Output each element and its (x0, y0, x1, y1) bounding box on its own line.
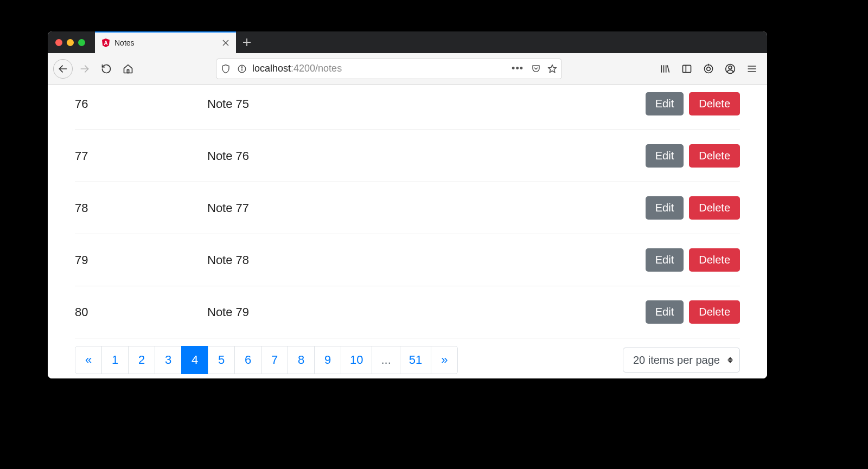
page-content: 76Note 75EditDelete77Note 76EditDelete78… (48, 85, 767, 378)
note-actions: EditDelete (646, 144, 740, 168)
bookmark-star-icon[interactable] (546, 63, 558, 75)
delete-button[interactable]: Delete (689, 300, 740, 324)
pagination-next[interactable]: » (431, 346, 458, 374)
svg-rect-17 (683, 65, 691, 72)
svg-line-16 (667, 65, 669, 72)
pagination-page-10[interactable]: 10 (341, 346, 372, 374)
page-size-select[interactable]: 20 items per page (623, 348, 740, 372)
tab-close-icon[interactable] (221, 38, 231, 48)
note-row: 77Note 76EditDelete (75, 130, 740, 182)
note-row: 78Note 77EditDelete (75, 182, 740, 234)
svg-point-11 (241, 67, 242, 67)
pagination-prev[interactable]: « (75, 346, 102, 374)
edit-button[interactable]: Edit (646, 300, 684, 324)
info-icon[interactable] (236, 63, 248, 75)
svg-marker-12 (548, 65, 557, 72)
note-title: Note 76 (207, 149, 646, 163)
edit-button[interactable]: Edit (646, 248, 684, 272)
sidebars-icon[interactable] (677, 59, 697, 79)
pagination-page-6[interactable]: 6 (234, 346, 261, 374)
browser-toolbar: localhost:4200/notes ••• (48, 53, 767, 85)
note-title: Note 75 (207, 97, 646, 111)
page-actions-icon[interactable]: ••• (509, 63, 526, 74)
pagination-page-51[interactable]: 51 (400, 346, 431, 374)
svg-point-20 (707, 67, 711, 70)
page-size-label: 20 items per page (633, 354, 720, 367)
window-maximize-icon[interactable] (78, 39, 85, 46)
note-id: 77 (75, 149, 207, 163)
edit-button[interactable]: Edit (646, 196, 684, 220)
delete-button[interactable]: Delete (689, 248, 740, 272)
pagination-ellipsis: ... (372, 346, 400, 374)
pagination-page-4[interactable]: 4 (181, 346, 208, 374)
pagination: «12345678910...51» (75, 346, 458, 374)
select-caret-icon (727, 357, 733, 363)
window-controls (48, 31, 95, 53)
note-actions: EditDelete (646, 196, 740, 220)
window-close-icon[interactable] (55, 39, 62, 46)
edit-button[interactable]: Edit (646, 92, 684, 115)
menu-icon[interactable] (742, 59, 762, 79)
pagination-page-3[interactable]: 3 (155, 346, 182, 374)
svg-point-23 (729, 66, 732, 69)
note-id: 80 (75, 305, 207, 319)
home-button[interactable] (118, 59, 138, 79)
tab-bar: A Notes (48, 31, 767, 53)
note-title: Note 77 (207, 201, 646, 215)
address-bar[interactable]: localhost:4200/notes ••• (216, 59, 562, 79)
note-id: 79 (75, 253, 207, 267)
url-text: localhost:4200/notes (252, 63, 505, 74)
window-minimize-icon[interactable] (67, 39, 74, 46)
tracking-icon[interactable] (699, 59, 718, 79)
note-list: 76Note 75EditDelete77Note 76EditDelete78… (48, 85, 767, 338)
library-icon[interactable] (655, 59, 675, 79)
pocket-icon[interactable] (530, 63, 542, 75)
shield-icon[interactable] (220, 63, 232, 75)
pagination-page-1[interactable]: 1 (101, 346, 129, 374)
note-row: 76Note 75EditDelete (75, 85, 740, 130)
new-tab-button[interactable] (236, 31, 258, 53)
note-actions: EditDelete (646, 248, 740, 272)
browser-tab[interactable]: A Notes (95, 31, 236, 53)
account-icon[interactable] (720, 59, 740, 79)
angular-favicon-icon: A (101, 38, 110, 47)
pagination-page-5[interactable]: 5 (208, 346, 235, 374)
pagination-page-2[interactable]: 2 (128, 346, 155, 374)
svg-rect-8 (127, 69, 129, 73)
list-footer: «12345678910...51» 20 items per page (48, 338, 767, 374)
note-title: Note 79 (207, 305, 646, 319)
pagination-page-8[interactable]: 8 (288, 346, 315, 374)
back-button[interactable] (53, 59, 73, 79)
pagination-page-9[interactable]: 9 (314, 346, 341, 374)
delete-button[interactable]: Delete (689, 196, 740, 220)
note-row: 79Note 78EditDelete (75, 234, 740, 286)
svg-text:A: A (104, 40, 107, 46)
browser-window: A Notes (48, 31, 767, 378)
note-actions: EditDelete (646, 300, 740, 324)
delete-button[interactable]: Delete (689, 92, 740, 115)
forward-button[interactable] (75, 59, 94, 79)
note-id: 76 (75, 97, 207, 111)
reload-button[interactable] (97, 59, 116, 79)
note-title: Note 78 (207, 253, 646, 267)
edit-button[interactable]: Edit (646, 144, 684, 168)
svg-point-19 (705, 65, 713, 73)
note-row: 80Note 79EditDelete (75, 286, 740, 338)
delete-button[interactable]: Delete (689, 144, 740, 168)
note-id: 78 (75, 201, 207, 215)
tab-title: Notes (114, 38, 216, 47)
pagination-page-7[interactable]: 7 (261, 346, 288, 374)
note-actions: EditDelete (646, 92, 740, 115)
